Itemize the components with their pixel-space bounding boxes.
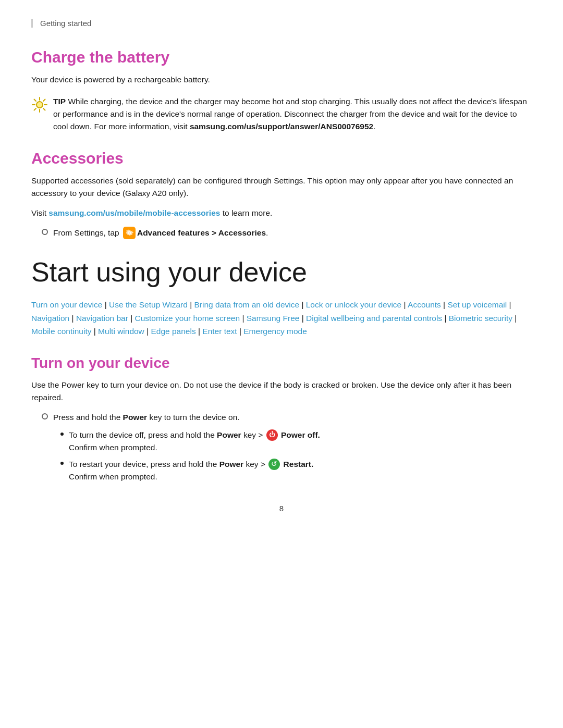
sb1-prefix: To turn the device off, press and hold t… (69, 430, 217, 439)
tip-period: . (373, 122, 375, 131)
acc-bullet-link[interactable]: Advanced features > Accessories (137, 228, 266, 237)
page-number: 8 (31, 504, 532, 513)
acc-mobile-accessories-link[interactable]: samsung.com/us/mobile/mobile-accessories (48, 208, 220, 217)
sb1-bold: Power (217, 430, 241, 439)
nav-link-voicemail[interactable]: Set up voicemail (447, 300, 507, 309)
svg-line-5 (34, 100, 36, 102)
sb1-mid: key > (241, 430, 265, 439)
page-header: Getting started (31, 19, 532, 28)
dot-marker-1 (60, 433, 64, 436)
header-label: Getting started (40, 19, 91, 28)
svg-line-8 (34, 108, 36, 110)
svg-point-0 (36, 102, 43, 108)
nav-link-bring-data[interactable]: Bring data from an old device (194, 300, 299, 309)
tip-content: TIP While charging, the device and the c… (53, 95, 532, 133)
b1-bold: Power (123, 413, 148, 422)
charge-title: Charge the battery (31, 48, 532, 66)
acc-bullet-suffix: . (266, 228, 268, 237)
sep5: | (441, 300, 448, 309)
sep1: | (102, 300, 109, 309)
sub-bullet2-text: To restart your device, press and hold t… (69, 458, 313, 483)
b1-prefix: Press and hold the (53, 413, 123, 422)
nav-link-setup-wizard[interactable]: Use the Setup Wizard (109, 300, 188, 309)
turn-on-bullet1: Press and hold the Power key to turn the… (31, 411, 532, 424)
sep12: | (512, 314, 517, 323)
nav-link-lock-unlock[interactable]: Lock or unlock your device (306, 300, 402, 309)
nav-link-enter-text[interactable]: Enter text (202, 327, 237, 336)
bullet1-text: Press and hold the Power key to turn the… (53, 411, 240, 424)
accessories-body1: Supported accessories (sold separately) … (31, 175, 532, 200)
sb2-bold2: Restart. (284, 460, 314, 468)
sub-bullet-item-2: To restart your device, press and hold t… (60, 458, 532, 483)
restart-icon: ↺ (268, 459, 280, 470)
sep9: | (240, 314, 247, 323)
turn-on-title: Turn on your device (31, 355, 532, 372)
sep10: | (299, 314, 306, 323)
sep3: | (299, 300, 306, 309)
nav-links-container: Turn on your device | Use the Setup Wiza… (31, 298, 532, 338)
nav-link-samsung-free[interactable]: Samsung Free (247, 314, 300, 323)
accessories-title: Accessories (31, 150, 532, 167)
sep6: | (507, 300, 511, 309)
start-title: Start using your device (31, 256, 532, 288)
nav-link-navigation[interactable]: Navigation (31, 314, 69, 323)
svg-line-6 (43, 108, 45, 110)
nav-link-biometric[interactable]: Biometric security (449, 314, 512, 323)
sb2-bold: Power (219, 460, 244, 468)
sep16: | (237, 327, 244, 336)
accessories-section: Accessories Supported accessories (sold … (31, 150, 532, 240)
b1-suffix: key to turn the device on. (147, 413, 240, 422)
sb2-prefix: To restart your device, press and hold t… (69, 460, 219, 468)
nav-link-edge-panels[interactable]: Edge panels (151, 327, 195, 336)
sep11: | (442, 314, 449, 323)
sb2-suffix: Confirm when prompted. (69, 472, 157, 481)
sep4: | (401, 300, 408, 309)
settings-gear-icon (123, 227, 136, 239)
acc-bullet-prefix: From Settings, tap (53, 228, 121, 237)
dot-marker-2 (60, 462, 64, 465)
sub-bullet-item-1: To turn the device off, press and hold t… (60, 429, 532, 454)
sep14: | (144, 327, 151, 336)
accessories-body2: Visit samsung.com/us/mobile/mobile-acces… (31, 207, 532, 219)
accessories-bullet-text: From Settings, tap Advanced features > A… (53, 227, 268, 240)
nav-link-mobile-continuity[interactable]: Mobile continuity (31, 327, 91, 336)
sep15: | (196, 327, 203, 336)
nav-link-accounts[interactable]: Accounts (408, 300, 441, 309)
acc-body2-prefix: Visit (31, 208, 48, 217)
nav-link-emergency[interactable]: Emergency mode (243, 327, 307, 336)
sep2: | (188, 300, 194, 309)
turn-on-section: Turn on your device Use the Power key to… (31, 355, 532, 483)
sep7: | (69, 314, 76, 323)
sb1-suffix: Confirm when prompted. (69, 443, 157, 452)
charge-body: Your device is powered by a rechargeable… (31, 73, 532, 86)
circle-marker (42, 229, 48, 235)
sb1-bold2: Power off. (281, 430, 320, 439)
tip-label: TIP (53, 97, 66, 106)
tip-icon (31, 96, 48, 113)
tip-box: TIP While charging, the device and the c… (31, 95, 532, 133)
nav-link-nav-bar[interactable]: Navigation bar (76, 314, 128, 323)
svg-line-7 (43, 100, 45, 102)
sub-bullets: To turn the device off, press and hold t… (31, 429, 532, 483)
nav-link-home-screen[interactable]: Customize your home screen (134, 314, 240, 323)
start-section: Start using your device Turn on your dev… (31, 256, 532, 338)
accessories-bullet: From Settings, tap Advanced features > A… (31, 227, 532, 240)
nav-link-digital-wellbeing[interactable]: Digital wellbeing and parental controls (306, 314, 442, 323)
sep13: | (91, 327, 98, 336)
tip-link[interactable]: samsung.com/us/support/answer/ANS0007695… (190, 122, 373, 131)
acc-body2-suffix: to learn more. (220, 208, 272, 217)
turn-on-body: Use the Power key to turn your device on… (31, 379, 532, 404)
power-off-icon: ⏻ (266, 429, 278, 441)
sb2-mid: key > (243, 460, 267, 468)
sub-bullet1-text: To turn the device off, press and hold t… (69, 429, 320, 454)
sep8: | (128, 314, 135, 323)
circle-marker-2 (42, 413, 48, 419)
charge-section: Charge the battery Your device is powere… (31, 48, 532, 133)
nav-link-multi-window[interactable]: Multi window (98, 327, 144, 336)
nav-link-turn-on[interactable]: Turn on your device (31, 300, 102, 309)
